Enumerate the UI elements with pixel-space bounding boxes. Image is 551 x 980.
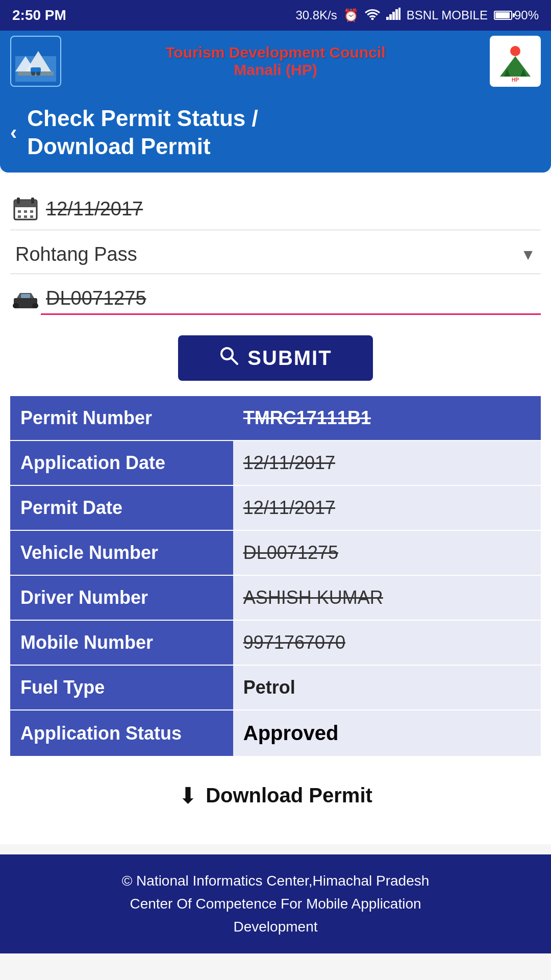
network-speed: 30.8K/s <box>295 8 337 22</box>
carrier-name: BSNL MOBILE <box>407 8 488 22</box>
submit-btn-row: SUBMIT <box>10 335 541 381</box>
svg-rect-4 <box>395 9 398 20</box>
search-icon <box>219 346 239 371</box>
svg-rect-22 <box>31 198 34 204</box>
svg-point-14 <box>510 46 520 56</box>
date-value[interactable]: 12/11/2017 <box>41 198 541 220</box>
footer-text: © National Informatics Center,Himachal P… <box>122 873 430 935</box>
svg-rect-1 <box>386 17 389 20</box>
wifi-icon <box>365 8 380 23</box>
permit-number-value: TMRC17111B1 <box>233 396 541 440</box>
mobile-number-row: Mobile Number 9971767070 <box>10 620 541 665</box>
car-icon <box>10 291 41 311</box>
battery-pct: 90% <box>514 8 539 22</box>
svg-rect-27 <box>24 215 27 218</box>
dropdown-arrow-icon: ▼ <box>520 246 541 263</box>
svg-line-35 <box>231 358 237 364</box>
vehicle-number-value[interactable]: DL0071275 <box>41 287 146 309</box>
svg-rect-21 <box>17 198 20 204</box>
results-table: Permit Number TMRC17111B1 Application Da… <box>10 396 541 757</box>
header-title: Tourism Development Council Manali (HP) <box>61 44 490 79</box>
application-date-value: 12/11/2017 <box>233 440 541 485</box>
header-banner: Tourism Development Council Manali (HP) … <box>0 31 551 92</box>
back-button[interactable]: ‹ <box>10 122 17 142</box>
download-icon: ⬇ <box>179 782 197 808</box>
submit-button[interactable]: SUBMIT <box>178 335 372 381</box>
header-title-line2: Manali (HP) <box>66 61 485 79</box>
svg-point-0 <box>371 18 373 20</box>
svg-rect-28 <box>30 215 33 218</box>
svg-text:HP: HP <box>512 77 519 82</box>
download-permit-row[interactable]: ⬇ Download Permit <box>10 767 541 829</box>
svg-rect-33 <box>21 294 30 298</box>
fuel-type-row: Fuel Type Petrol <box>10 665 541 710</box>
fuel-type-label: Fuel Type <box>10 665 233 710</box>
svg-rect-5 <box>398 8 400 20</box>
main-content: 12/11/2017 Rohtang Pass ▼ DL0071275 <box>0 173 551 844</box>
download-permit-label[interactable]: Download Permit <box>206 784 372 807</box>
destination-dropdown-row[interactable]: Rohtang Pass ▼ <box>10 235 541 274</box>
vehicle-number-label: Vehicle Number <box>10 530 233 575</box>
svg-rect-23 <box>18 210 21 213</box>
svg-point-13 <box>36 71 40 76</box>
fuel-type-value: Petrol <box>233 665 541 710</box>
page-title-bar: ‹ Check Permit Status /Download Permit <box>0 92 551 173</box>
application-date-label: Application Date <box>10 440 233 485</box>
permit-number-display: TMRC17111B1 <box>243 407 371 428</box>
svg-rect-3 <box>392 12 395 20</box>
svg-point-12 <box>31 71 35 76</box>
vehicle-underline <box>41 313 541 315</box>
status-right: 30.8K/s ⏰ BSNL MOBILE 90% <box>295 8 539 23</box>
permit-date-row: Permit Date 12/11/2017 <box>10 485 541 530</box>
signal-icon <box>386 8 400 23</box>
submit-label: SUBMIT <box>247 347 332 370</box>
application-status-row: Application Status Approved <box>10 710 541 756</box>
svg-rect-2 <box>389 14 392 20</box>
permit-date-value: 12/11/2017 <box>233 485 541 530</box>
footer: © National Informatics Center,Himachal P… <box>0 854 551 953</box>
svg-rect-24 <box>24 210 27 213</box>
driver-number-row: Driver Number ASHISH KUMAR <box>10 575 541 620</box>
application-date-row: Application Date 12/11/2017 <box>10 440 541 485</box>
clock-icon: ⏰ <box>343 8 359 22</box>
svg-marker-15 <box>500 56 531 77</box>
vehicle-number-result-value: DL0071275 <box>233 530 541 575</box>
svg-rect-31 <box>13 303 19 308</box>
status-time: 2:50 PM <box>12 7 66 23</box>
mobile-number-value: 9971767070 <box>233 620 541 665</box>
application-status-label: Application Status <box>10 710 233 756</box>
driver-number-label: Driver Number <box>10 575 233 620</box>
battery-display: 90% <box>494 8 539 22</box>
vehicle-field-inner: DL0071275 <box>41 287 541 315</box>
application-status-value: Approved <box>233 710 541 756</box>
svg-rect-32 <box>32 303 38 308</box>
himachal-tourism-logo: HP <box>490 36 541 87</box>
vehicle-number-row: Vehicle Number DL0071275 <box>10 530 541 575</box>
mobile-number-label: Mobile Number <box>10 620 233 665</box>
svg-rect-25 <box>30 210 33 213</box>
tdc-logo <box>10 36 61 87</box>
page-title: Check Permit Status /Download Permit <box>27 104 258 160</box>
permit-number-label: Permit Number <box>10 396 233 440</box>
permit-date-label: Permit Date <box>10 485 233 530</box>
battery-icon <box>494 11 512 20</box>
vehicle-field-row[interactable]: DL0071275 <box>10 279 541 315</box>
calendar-icon <box>10 196 41 222</box>
svg-rect-26 <box>18 215 21 218</box>
driver-number-value: ASHISH KUMAR <box>233 575 541 620</box>
status-bar: 2:50 PM 30.8K/s ⏰ BSNL MOBILE <box>0 0 551 31</box>
header-title-line1: Tourism Development Council <box>66 44 485 61</box>
destination-label[interactable]: Rohtang Pass <box>10 243 520 265</box>
date-field-row[interactable]: 12/11/2017 <box>10 188 541 230</box>
permit-number-row: Permit Number TMRC17111B1 <box>10 396 541 440</box>
